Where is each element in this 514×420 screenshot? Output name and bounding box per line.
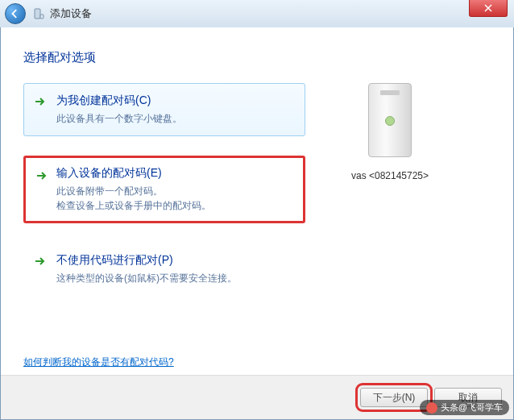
page-heading: 选择配对选项	[23, 50, 491, 65]
device-preview: vas <082145725>	[330, 83, 450, 369]
next-button[interactable]: 下一步(N)	[360, 388, 428, 407]
watermark-text: 头条@飞哥学车	[441, 401, 503, 414]
option-title: 输入设备的配对码(E)	[56, 166, 295, 181]
option-no-code[interactable]: 不使用代码进行配对(P) 这种类型的设备(如鼠标)不需要安全连接。	[23, 243, 305, 296]
avatar	[426, 402, 437, 414]
arrow-right-icon	[35, 169, 48, 182]
device-label: vas <082145725>	[330, 170, 450, 181]
option-enter-code[interactable]: 输入设备的配对码(E) 此设备附带一个配对码。 检查设备上或设备手册中的配对码。	[23, 156, 305, 223]
close-icon	[484, 4, 492, 12]
close-button[interactable]	[469, 0, 508, 17]
svg-rect-0	[35, 9, 40, 19]
option-desc: 检查设备上或设备手册中的配对码。	[56, 198, 295, 213]
watermark: 头条@飞哥学车	[420, 400, 509, 415]
options-column: 为我创建配对码(C) 此设备具有一个数字小键盘。 输入设备的配对码(E) 此设备…	[23, 83, 305, 369]
option-desc: 此设备具有一个数字小键盘。	[56, 111, 295, 126]
svg-rect-1	[40, 15, 44, 19]
device-image	[358, 83, 422, 164]
option-title: 为我创建配对码(C)	[56, 94, 295, 108]
help-link[interactable]: 如何判断我的设备是否有配对代码?	[23, 356, 174, 369]
option-create-code[interactable]: 为我创建配对码(C) 此设备具有一个数字小键盘。	[23, 83, 305, 136]
titlebar: 添加设备	[0, 0, 514, 28]
computer-tower-icon	[368, 83, 412, 157]
options-area: 为我创建配对码(C) 此设备具有一个数字小键盘。 输入设备的配对码(E) 此设备…	[23, 83, 491, 369]
arrow-right-icon	[34, 95, 47, 108]
back-button[interactable]	[5, 3, 26, 24]
option-title: 不使用代码进行配对(P)	[56, 253, 295, 268]
option-desc: 此设备附带一个配对码。	[56, 184, 295, 198]
dialog-window: 添加设备 选择配对选项 为我创建配对码(C) 此设备具有一个数字小键盘。	[0, 0, 514, 420]
device-icon	[32, 7, 45, 20]
arrow-right-icon	[34, 255, 47, 268]
window-title: 添加设备	[50, 6, 92, 21]
option-desc: 这种类型的设备(如鼠标)不需要安全连接。	[56, 271, 295, 285]
content-area: 选择配对选项 为我创建配对码(C) 此设备具有一个数字小键盘。 输入设备的配对码…	[0, 27, 514, 420]
arrow-left-icon	[10, 9, 20, 19]
